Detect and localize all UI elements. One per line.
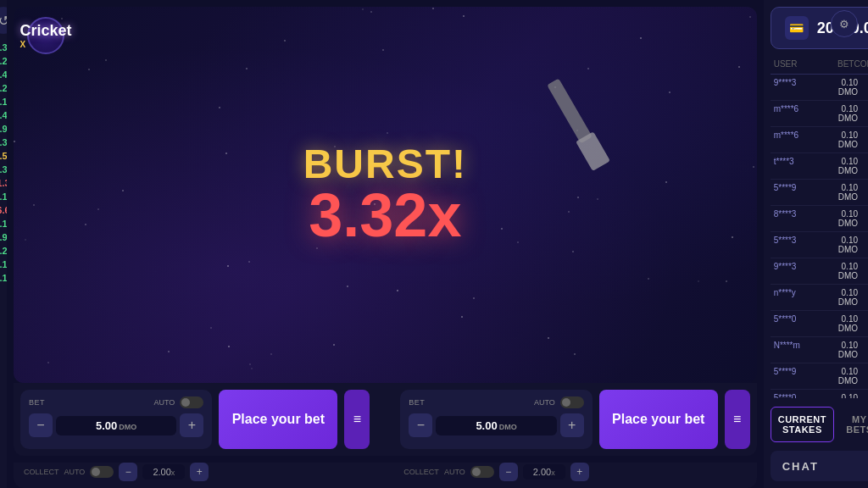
stakes-cell: 5****3 — [774, 236, 825, 254]
star — [640, 37, 642, 39]
collect-auto-label-1: AUTO — [64, 468, 86, 476]
star — [473, 297, 475, 299]
settings-button[interactable]: ⚙ — [831, 10, 858, 37]
balance-icon: 💳 — [785, 16, 809, 40]
stakes-cell: 0.10 DMO — [824, 314, 858, 333]
auto-label-1: AUTO — [154, 398, 175, 407]
multiplier-item: 2.16 — [0, 271, 7, 285]
stakes-cell: — — [858, 393, 868, 398]
auto-toggle-1[interactable] — [180, 396, 203, 408]
table-row: 5****00.10 DMO—— — [771, 311, 868, 337]
stakes-cell: 0.10 DMO — [824, 393, 858, 398]
star — [432, 8, 434, 9]
star — [333, 344, 335, 346]
star — [47, 362, 49, 363]
plus-btn-1[interactable]: + — [180, 413, 203, 437]
stakes-cell: — — [858, 130, 868, 149]
collect-panel-2: COLLECT AUTO − 2.00x + — [400, 463, 592, 481]
bet-panel-1: BET AUTO − 5.00DMO + — [20, 390, 212, 449]
tab-my-bets[interactable]: MY BETS — [837, 407, 868, 442]
star — [362, 8, 364, 10]
bet-amount-2: 5.00DMO — [436, 416, 556, 435]
star — [228, 346, 230, 347]
stakes-cell: t****3 — [774, 157, 825, 175]
star — [665, 181, 667, 183]
auto-toggle-2[interactable] — [560, 396, 584, 408]
star — [461, 316, 463, 318]
place-bet-button-1[interactable]: Place your bet — [219, 390, 337, 449]
collect-amount-1: 2.00x — [142, 464, 185, 480]
star — [122, 190, 124, 191]
collect-toggle-2[interactable] — [470, 466, 494, 478]
star — [568, 211, 570, 213]
history-icon[interactable]: ↺ — [0, 7, 7, 34]
star — [597, 198, 598, 200]
chat-bar[interactable]: CHAT › — [771, 451, 868, 481]
table-row: 5****00.10 DMO—— — [771, 390, 868, 398]
star — [738, 66, 740, 68]
stakes-cell: 5****9 — [774, 183, 825, 202]
stakes-cell: — — [858, 314, 868, 333]
star — [14, 141, 15, 142]
place-bet-arrow-2[interactable]: ≡ — [725, 390, 750, 449]
star — [168, 351, 170, 352]
stakes-header-cell: COLLECT — [854, 59, 868, 69]
tab-current-stakes[interactable]: CURRENT STAKES — [771, 407, 834, 442]
auto-label-2: AUTO — [534, 398, 555, 407]
place-bet-arrow-1[interactable]: ≡ — [344, 390, 370, 449]
table-row: 9****30.10 DMO—— — [771, 75, 868, 101]
star — [370, 11, 372, 13]
logo-sub: X — [19, 40, 71, 49]
stakes-cell: — — [858, 104, 868, 123]
stakes-cell: n****y — [774, 288, 825, 307]
collect-label-1: COLLECT — [24, 468, 59, 476]
star — [587, 68, 589, 69]
minus-btn-2[interactable]: − — [409, 413, 432, 437]
star — [548, 337, 549, 339]
star — [227, 265, 229, 267]
multiplier-item: 2.91 — [0, 230, 7, 244]
collect-toggle-1[interactable] — [90, 466, 114, 478]
collect-plus-2[interactable]: + — [570, 463, 589, 481]
table-row: N****m0.10 DMO—— — [771, 337, 868, 363]
star — [753, 166, 754, 168]
multiplier-item: 1.15 — [0, 95, 7, 108]
collect-minus-1[interactable]: − — [119, 463, 137, 481]
star — [517, 241, 519, 243]
stakes-cell: 0.10 DMO — [824, 157, 858, 175]
bet-controls: BET AUTO − 5.00DMO + Place your bet ≡ BE… — [14, 383, 757, 456]
multiplier-item: 1.34 — [0, 163, 7, 176]
multiplier-item: 1.31 — [0, 136, 7, 149]
star — [251, 368, 253, 369]
stakes-cell: 0.10 DMO — [824, 288, 858, 307]
star — [382, 49, 384, 51]
collect-amount-2: 2.00x — [523, 464, 565, 480]
star — [225, 152, 227, 154]
stakes-cell: 0.10 DMO — [824, 367, 858, 385]
star — [284, 40, 286, 42]
multiplier-item: 3.32 — [0, 41, 7, 54]
plus-btn-2[interactable]: + — [560, 413, 584, 437]
table-row: m****60.10 DMO—— — [771, 101, 868, 127]
collect-minus-2[interactable]: − — [499, 463, 518, 481]
collect-plus-1[interactable]: + — [190, 463, 209, 481]
stakes-header: USERBETCOLLECTWIN — [771, 54, 868, 75]
star — [577, 197, 579, 198]
multiplier-item: 9.55 — [0, 149, 7, 163]
stakes-header-cell: USER — [774, 59, 822, 69]
star — [648, 278, 649, 280]
star — [210, 327, 212, 329]
multiplier-item: 16.68 — [0, 203, 7, 217]
gear-icon: ⚙ — [839, 18, 849, 30]
star — [749, 16, 751, 18]
stakes-cell: — — [858, 288, 868, 307]
star — [572, 251, 574, 252]
star — [249, 363, 251, 365]
stakes-cell: 5****0 — [774, 314, 825, 333]
place-bet-button-2[interactable]: Place your bet — [599, 390, 718, 449]
star — [219, 107, 220, 108]
stakes-cell: 0.10 DMO — [824, 236, 858, 254]
multiplier-item: 1.23 — [0, 81, 7, 95]
stakes-cell: — — [858, 262, 868, 280]
minus-btn-1[interactable]: − — [29, 413, 53, 437]
